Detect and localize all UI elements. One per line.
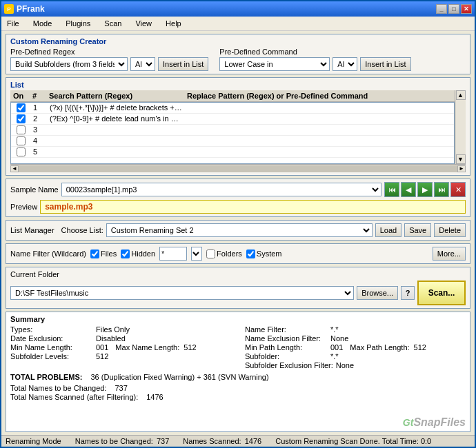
scan-button[interactable]: Scan... — [417, 281, 466, 305]
list-row[interactable]: 1 (?x) [\{(\[+.*[\]\)}]+ # delete bracke… — [11, 103, 454, 114]
more-button[interactable]: More... — [433, 247, 466, 261]
min-path-value: 001 — [330, 343, 343, 352]
status-bar: Renaming Mode Names to be Changed: 737 N… — [1, 435, 475, 447]
sample-section: Sample Name 00023sample[1].mp3 ⏮ ◀ ▶ ⏭ ✕… — [6, 179, 470, 217]
filter-dropdown[interactable] — [191, 247, 202, 261]
hidden-checkbox[interactable] — [121, 250, 130, 258]
nav-prev-button[interactable]: ◀ — [401, 182, 416, 197]
menu-scan[interactable]: Scan — [101, 18, 124, 29]
scroll-up-arrow[interactable]: ▲ — [456, 90, 466, 100]
name-filter-title: Name Filter (Wildcard) — [10, 250, 86, 258]
summary-grid: Types: Files Only Date Exclusion: Disabl… — [10, 325, 466, 370]
max-path-value: 512 — [414, 343, 426, 352]
total-problems-value: 36 (Duplication Fixed Warning) + 361 (SV… — [91, 373, 269, 381]
list-hscrollbar[interactable]: ◄ ► — [10, 164, 466, 172]
close-button[interactable]: ✕ — [461, 4, 472, 14]
total-names-value: 737 — [115, 384, 127, 392]
nav-buttons: ⏮ ◀ ▶ ⏭ ✕ — [384, 182, 466, 197]
name-excl-label: Name Exclusion Filter: — [245, 334, 328, 343]
row4-checkbox[interactable] — [17, 136, 26, 145]
types-value: Files Only — [96, 325, 130, 334]
filter-input[interactable] — [159, 247, 187, 261]
row2-num: 2 — [30, 114, 47, 124]
nav-last-button[interactable]: ⏭ — [434, 182, 449, 197]
list-scrollbar[interactable]: ▲ ▼ — [455, 90, 466, 164]
menu-view[interactable]: View — [132, 18, 155, 29]
name-excl-value: None — [330, 334, 348, 343]
browse-button[interactable]: Browse... — [357, 286, 398, 300]
subfolder-levels-value: 512 — [96, 352, 108, 360]
minimize-button[interactable]: _ — [436, 4, 447, 14]
regex-dropdown[interactable]: Build Subfolders (from 3 fields s — [10, 57, 128, 71]
summary-title: Summary — [10, 315, 466, 323]
col-replace: Replace Pattern (Regex) or Pre-Defined C… — [186, 91, 453, 101]
menu-plugins[interactable]: Plugins — [63, 18, 93, 29]
max-path-label: Max Path Length: — [350, 343, 409, 352]
list-container: 1 (?x) [\{(\[+.*[\]\)}]+ # delete bracke… — [10, 102, 455, 164]
row1-search: (?x) [\{(\[+.*[\]\)}]+ # delete brackets… — [47, 103, 185, 113]
sample-name-dropdown[interactable]: 00023sample[1].mp3 — [61, 183, 381, 196]
nav-first-button[interactable]: ⏮ — [384, 182, 399, 197]
min-name-value: 001 — [96, 343, 108, 352]
row5-num: 5 — [30, 147, 47, 157]
save-button[interactable]: Save — [404, 223, 431, 237]
insert-in-list-1-button[interactable]: Insert in List — [158, 57, 208, 71]
menu-mode[interactable]: Mode — [30, 18, 55, 29]
name-filter-section: Name Filter (Wildcard) Files Hidden Fold… — [6, 243, 470, 264]
maximize-button[interactable]: □ — [448, 4, 459, 14]
window-title: PFrank — [17, 4, 45, 14]
choose-list-dropdown[interactable]: Custom Renaming Set 2 — [106, 223, 373, 237]
row2-checkbox[interactable] — [17, 114, 26, 123]
row5-checkbox[interactable] — [17, 147, 26, 156]
total-scanned-label: Total Names Scanned (after Filtering): — [10, 393, 138, 401]
load-button[interactable]: Load — [375, 223, 401, 237]
nav-delete-button[interactable]: ✕ — [450, 182, 466, 197]
list-row[interactable]: 3 — [11, 125, 454, 136]
name-filter-sum-value: *.* — [330, 325, 339, 334]
menu-help[interactable]: Help — [163, 18, 184, 29]
scroll-down-arrow[interactable]: ▼ — [456, 154, 466, 164]
list-row[interactable]: 5 — [11, 147, 454, 158]
subfolder-excl-label: Subfolder Exclusion Filter: — [245, 361, 333, 369]
nav-next-button[interactable]: ▶ — [417, 182, 433, 197]
help-button[interactable]: ? — [401, 286, 415, 300]
hscroll-right[interactable]: ► — [457, 165, 466, 172]
row5-search — [47, 147, 185, 157]
folders-checkbox[interactable] — [206, 250, 215, 258]
command-all-dropdown[interactable]: All — [333, 57, 357, 71]
name-filter-sum-label: Name Filter: — [245, 325, 328, 334]
subfolder-label: Subfolder: — [245, 352, 328, 360]
custom-renaming-section: Custom Renaming Creator Pre-Defined Rege… — [6, 34, 470, 74]
list-row[interactable]: 2 (?Ex) ^[0-9]+ # delete lead num's in p… — [11, 114, 454, 125]
total-scanned-value: 1476 — [146, 393, 163, 401]
row3-search — [47, 125, 185, 135]
subfolder-value: *.* — [330, 352, 339, 360]
command-dropdown[interactable]: Lower Case in — [219, 57, 330, 71]
files-checkbox[interactable] — [90, 250, 99, 258]
list-row[interactable]: 4 — [11, 136, 454, 147]
row1-num: 1 — [30, 103, 47, 113]
row1-checkbox[interactable] — [17, 103, 26, 112]
date-excl-value: Disabled — [96, 334, 126, 343]
names-scanned-status: Names Scanned: 1476 — [183, 437, 261, 445]
row3-checkbox[interactable] — [17, 125, 26, 134]
summary-section: Summary Types: Files Only Date Exclusion… — [6, 312, 470, 432]
insert-in-list-2-button[interactable]: Insert in List — [360, 57, 410, 71]
row2-replace — [185, 114, 454, 124]
row4-replace — [185, 136, 454, 146]
regex-all-dropdown[interactable]: All — [130, 57, 155, 71]
menu-file[interactable]: File — [4, 18, 22, 29]
list-manager-section: List Manager Choose List: Custom Renamin… — [6, 220, 470, 241]
hidden-checkbox-label: Hidden — [121, 250, 155, 258]
hscroll-track — [19, 165, 457, 172]
delete-button[interactable]: Delete — [434, 223, 466, 237]
system-checkbox[interactable] — [246, 250, 255, 258]
types-label: Types: — [10, 325, 93, 334]
col-num: # — [31, 91, 48, 101]
hscroll-left[interactable]: ◄ — [10, 165, 19, 172]
folder-path-dropdown[interactable]: D:\SF TestFiles\music — [10, 286, 354, 300]
current-folder-section: Current Folder D:\SF TestFiles\music Bro… — [6, 267, 470, 309]
col-search: Search Pattern (Regex) — [48, 91, 186, 101]
watermark: GtSnapFiles — [403, 416, 466, 429]
date-excl-label: Date Exclusion: — [10, 334, 93, 343]
